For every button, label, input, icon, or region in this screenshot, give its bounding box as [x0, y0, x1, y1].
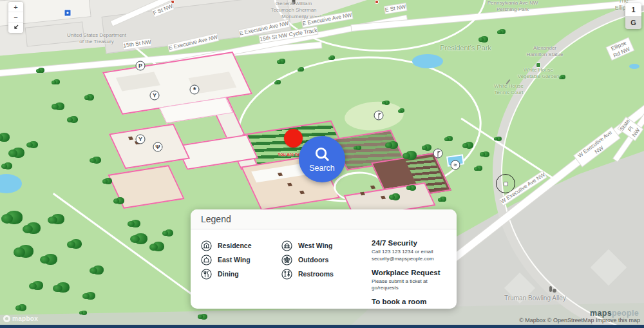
map-label: E Executive Ave NW: [302, 12, 352, 27]
search-button[interactable]: Search: [299, 136, 345, 182]
map-label: W Executive Ave NW: [574, 128, 620, 167]
legend-column-2: West Wing Outdoors Restrooms: [281, 238, 372, 309]
info-body: Please submit a ticket at go/requests: [372, 278, 454, 293]
search-icon: [314, 146, 331, 163]
info-body: Call 123 123 1234 or email security@maps…: [372, 249, 454, 263]
improve-map-link[interactable]: Improve this map: [596, 317, 640, 323]
legend-title: Legend: [191, 209, 457, 229]
mapbox-circle-icon: [3, 315, 10, 322]
compass-tilt-button[interactable]: [8, 23, 23, 33]
floor-selector: 1 G: [625, 3, 641, 29]
map-label: 15th St NW Cycle Track: [260, 27, 318, 43]
legend-item-label: East Wing: [218, 256, 251, 264]
zoom-in-button[interactable]: +: [8, 2, 23, 12]
legend-item-dining: Dining: [201, 267, 281, 281]
map-nav-controls: + −: [8, 2, 23, 33]
info-heading: Workplace Request: [372, 269, 454, 276]
info-body: Visit go/book: [372, 307, 454, 309]
legend-body: Residence East Wing Dining: [191, 229, 457, 309]
map-label: W Executive Ave NW: [499, 171, 546, 206]
residence-icon: [201, 240, 212, 251]
attribution-copyright: © Mapbox © OpenStreetMap: [519, 317, 594, 323]
search-button-label: Search: [309, 164, 335, 173]
legend-item-east-wing: East Wing: [201, 253, 281, 267]
legend-item-label: West Wing: [298, 242, 332, 249]
info-heading: 24/7 Security: [372, 239, 454, 247]
mapbox-logo[interactable]: mapbox: [3, 315, 38, 322]
restrooms-icon: [281, 269, 292, 280]
legend-item-label: Residence: [218, 242, 252, 249]
floor-button-1[interactable]: 1: [625, 3, 641, 16]
map-label: General William Tecumseh Sherman Monumen…: [270, 1, 316, 20]
map-label: Ellipse Rd NW: [607, 38, 634, 60]
map-label: 15th St NW: [123, 39, 152, 50]
legend-item-label: Restrooms: [298, 270, 334, 278]
outdoors-icon: [281, 255, 292, 265]
map-label: E Executive Ave NW: [168, 34, 218, 52]
map-label: State Pl NW: [618, 117, 643, 140]
mapbox-wordmark: mapbox: [12, 315, 38, 322]
you-are-here-marker: [284, 129, 303, 148]
legend-item-west-wing: West Wing: [281, 238, 372, 253]
map-label: Truman Bowling Alley: [504, 294, 566, 303]
map-label: White House Vegetable Garden: [518, 67, 560, 80]
map-label: United States Department of the Treasury: [67, 32, 126, 45]
legend-info: 24/7 Security Call 123 123 1234 or email…: [372, 238, 454, 309]
tilt-arrow-icon: [13, 24, 19, 30]
legend-item-outdoors: Outdoors: [281, 253, 372, 267]
legend-item-label: Dining: [218, 270, 239, 278]
mapspeople-logo: mapspeople: [590, 309, 639, 318]
map-label: President's Park: [440, 44, 491, 53]
map-attribution: © Mapbox © OpenStreetMap Improve this ma…: [519, 317, 640, 323]
map-label: Alexander Hamilton Statue: [527, 45, 564, 58]
brand-people: people: [612, 309, 639, 318]
bottom-bar: [0, 325, 644, 328]
legend-item-residence: Residence: [201, 238, 281, 253]
dining-icon: [201, 269, 212, 280]
map-app: PY*YΨ≈ F St NW15th St NW15th St NW Cycle…: [0, 0, 644, 328]
map-label: E St NW: [384, 3, 406, 14]
legend-column-1: Residence East Wing Dining: [201, 238, 281, 309]
floor-button-ground[interactable]: G: [625, 16, 641, 29]
east-wing-icon: [201, 255, 212, 265]
west-wing-icon: [281, 240, 292, 251]
legend-item-restrooms: Restrooms: [281, 267, 372, 281]
info-heading: To book a room: [372, 298, 454, 305]
legend-item-label: Outdoors: [298, 256, 328, 264]
map-label: F St NW: [152, 3, 174, 17]
legend-panel: Legend Residence East Wing: [191, 209, 457, 309]
zoom-out-button[interactable]: −: [8, 12, 23, 23]
map-label: White House Tennis Court: [494, 83, 524, 96]
brand-maps: maps: [590, 309, 612, 318]
map-label: W Washington D.C.: [303, 14, 348, 21]
map-label: Pennsylvania Ave NW Pershing Park: [488, 0, 538, 13]
map-label: E Executive Ave NW: [239, 20, 289, 37]
